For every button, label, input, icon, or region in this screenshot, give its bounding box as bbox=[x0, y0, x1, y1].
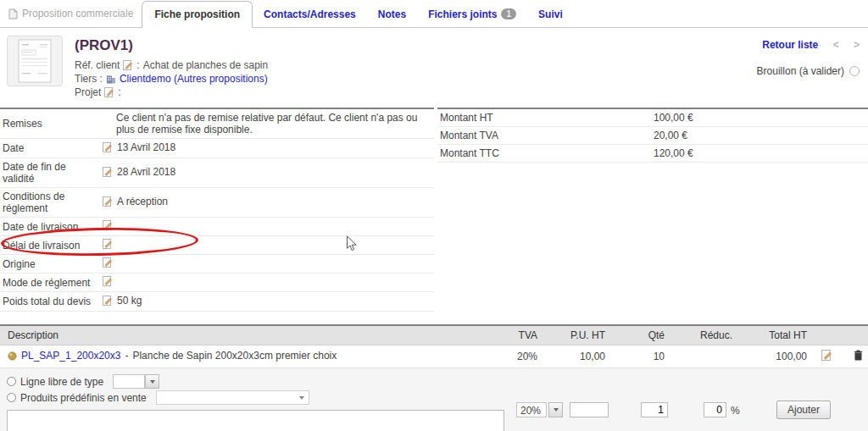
edit-icon[interactable] bbox=[103, 276, 113, 286]
table-row: Délai de livraison bbox=[0, 236, 434, 255]
line-pu-ht: 10,00 bbox=[542, 345, 610, 368]
chevron-down-icon bbox=[299, 396, 304, 400]
free-line-type-select[interactable] bbox=[113, 374, 159, 389]
discount-suffix: % bbox=[731, 405, 740, 417]
radio-free-line[interactable] bbox=[7, 377, 16, 386]
table-row: Conditions de réglement A réception bbox=[0, 188, 434, 218]
delete-line-icon[interactable] bbox=[854, 350, 863, 361]
project-sep: : bbox=[118, 86, 120, 98]
table-row: Montant HT 100,00 € bbox=[437, 108, 868, 127]
field-value: Ce client n'a pas de remise relative par… bbox=[103, 112, 431, 135]
edit-icon[interactable] bbox=[103, 167, 113, 177]
tab-fichiers-joints[interactable]: Fichiers joints1 bbox=[417, 2, 527, 27]
line-qty: 10 bbox=[610, 345, 670, 368]
lines-table: Description TVA P.U. HT Qté Réduc. Total… bbox=[0, 324, 868, 368]
chevron-down-icon[interactable] bbox=[548, 402, 563, 417]
edit-icon[interactable] bbox=[123, 60, 133, 70]
line-total-ht: 100,00 bbox=[737, 345, 812, 368]
col-edit bbox=[812, 325, 837, 345]
col-qty: Qté bbox=[610, 325, 670, 345]
pdf-preview-thumbnail[interactable] bbox=[7, 36, 63, 86]
field-label: Origine bbox=[0, 255, 100, 274]
field-value: 13 Avril 2018 bbox=[117, 141, 175, 153]
fields-table: Remises Ce client n'a pas de remise rela… bbox=[0, 108, 434, 312]
table-row: Date de livraison bbox=[0, 218, 434, 236]
tab-contacts-adresses[interactable]: Contacts/Adresses bbox=[253, 2, 367, 27]
tab-fichiers-label: Fichiers joints bbox=[428, 8, 497, 20]
edit-icon[interactable] bbox=[103, 142, 113, 152]
col-reduc: Réduc. bbox=[670, 325, 737, 345]
col-pu-ht: P.U. HT bbox=[542, 325, 610, 345]
edit-icon[interactable] bbox=[103, 296, 113, 306]
field-label: Délai de livraison bbox=[0, 236, 100, 255]
field-label: Poids total du devis bbox=[0, 292, 100, 312]
next-record-icon[interactable]: > bbox=[854, 39, 860, 51]
edit-icon[interactable] bbox=[103, 196, 113, 207]
edit-icon[interactable] bbox=[103, 257, 113, 268]
quantity-input[interactable] bbox=[641, 402, 668, 417]
total-value: 20,00 € bbox=[651, 127, 868, 145]
field-label: Conditions de réglement bbox=[0, 188, 100, 218]
prev-record-icon[interactable]: < bbox=[833, 39, 839, 51]
table-row: Mode de réglement bbox=[0, 274, 434, 292]
table-row-poids: Poids total du devis 50 kg bbox=[0, 292, 434, 312]
tab-notes[interactable]: Notes bbox=[367, 2, 417, 27]
tab-bar: Proposition commerciale Fiche propositio… bbox=[0, 0, 868, 28]
edit-icon[interactable] bbox=[103, 239, 113, 249]
col-description: Description bbox=[0, 325, 493, 345]
proposal-header: (PROV1) Réf. client : Achat de planches … bbox=[0, 28, 868, 103]
tva-select[interactable]: 20% bbox=[516, 402, 563, 417]
product-combobox[interactable] bbox=[156, 390, 309, 405]
unit-price-input[interactable] bbox=[570, 402, 609, 417]
field-label: Mode de réglement bbox=[0, 274, 100, 292]
edit-icon[interactable] bbox=[103, 220, 113, 230]
table-row: Date de fin de validité 28 Avril 2018 bbox=[0, 158, 434, 188]
product-icon bbox=[8, 351, 17, 361]
col-tva: TVA bbox=[493, 325, 542, 345]
table-row: Date 13 Avril 2018 bbox=[0, 139, 434, 158]
new-line-description-input[interactable] bbox=[7, 410, 504, 431]
total-label: Montant HT bbox=[437, 108, 651, 127]
field-value: 28 Avril 2018 bbox=[117, 166, 175, 178]
project-line: Projet : bbox=[75, 86, 268, 98]
page-title: (PROV1) bbox=[75, 37, 268, 54]
ref-client-line: Réf. client : Achat de planches de sapin bbox=[75, 59, 268, 71]
product-ref-link[interactable]: PL_SAP_1_200x20x3 bbox=[21, 350, 120, 362]
radio-predefined-product[interactable] bbox=[7, 393, 16, 402]
discount-input[interactable] bbox=[704, 402, 726, 417]
tiers-line: Tiers : Clientdemo (Autres propositions) bbox=[75, 73, 268, 85]
totals-table: Montant HT 100,00 € Montant TVA 20,00 € … bbox=[437, 108, 868, 163]
edit-line-icon[interactable] bbox=[821, 350, 832, 361]
status-draft-icon bbox=[849, 66, 860, 76]
total-label: Montant TVA bbox=[437, 127, 651, 145]
lines-header-row: Description TVA P.U. HT Qté Réduc. Total… bbox=[0, 325, 868, 345]
col-delete bbox=[837, 325, 868, 345]
predefined-label: Produits prédéfinis en vente bbox=[20, 392, 147, 404]
chevron-down-icon[interactable] bbox=[145, 374, 159, 389]
breadcrumb-context: Proposition commerciale bbox=[3, 8, 142, 27]
tiers-link[interactable]: Clientdemo (Autres propositions) bbox=[120, 73, 268, 85]
tab-fiche-proposition[interactable]: Fiche proposition bbox=[142, 1, 253, 28]
status-line: Brouillon (à valider) bbox=[757, 65, 860, 77]
add-line-button[interactable]: Ajouter bbox=[776, 401, 831, 419]
field-value: 50 kg bbox=[117, 295, 142, 307]
files-count-badge: 1 bbox=[501, 8, 516, 19]
line-reduc bbox=[670, 345, 737, 368]
total-label: Montant TTC bbox=[437, 145, 651, 163]
field-label: Date de fin de validité bbox=[0, 158, 100, 188]
ref-client-value: Achat de planches de sapin bbox=[143, 59, 268, 71]
ref-client-label: Réf. client bbox=[75, 59, 120, 71]
line-tva: 20% bbox=[493, 345, 542, 368]
project-label: Projet bbox=[75, 86, 101, 98]
field-label: Remises bbox=[0, 108, 100, 139]
tiers-label: Tiers : bbox=[75, 73, 103, 85]
table-row: Montant TVA 20,00 € bbox=[437, 127, 868, 145]
field-label: Date bbox=[0, 139, 100, 158]
product-line-row: PL_SAP_1_200x20x3 - Planche de Sapin 200… bbox=[0, 345, 868, 368]
edit-icon[interactable] bbox=[104, 87, 114, 97]
tab-suivi[interactable]: Suivi bbox=[527, 2, 574, 27]
total-value: 120,00 € bbox=[651, 145, 868, 163]
col-total-ht: Total HT bbox=[737, 325, 812, 345]
tva-select-value: 20% bbox=[516, 402, 547, 417]
back-to-list-link[interactable]: Retour liste bbox=[762, 39, 818, 51]
